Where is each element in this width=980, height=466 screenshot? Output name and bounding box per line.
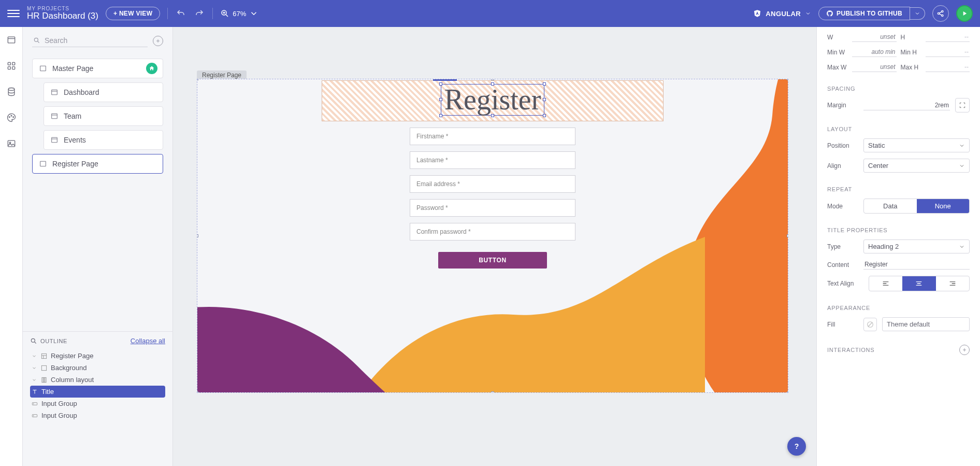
publish-dropdown[interactable] bbox=[910, 7, 925, 20]
align-right-option[interactable] bbox=[936, 276, 969, 291]
fill-swatch[interactable] bbox=[863, 318, 877, 331]
search-input[interactable]: Search bbox=[32, 34, 148, 47]
search-placeholder: Search bbox=[45, 36, 67, 45]
page-frame[interactable]: Title Register Firstname * Lastname * Em… bbox=[197, 79, 788, 393]
appearance-section-title: APPEARANCE bbox=[827, 305, 970, 311]
title-selection[interactable]: Title Register bbox=[322, 80, 664, 121]
register-heading[interactable]: Register bbox=[441, 84, 545, 116]
maxw-value[interactable]: unset bbox=[852, 62, 897, 72]
bg-wave-purple bbox=[197, 289, 425, 393]
views-tool[interactable] bbox=[6, 34, 17, 46]
align-label: Align bbox=[827, 162, 858, 170]
svg-rect-15 bbox=[12, 67, 15, 69]
outline-panel: OUTLINE Collapse all Register Page Backg… bbox=[23, 331, 172, 466]
new-view-button[interactable]: + NEW VIEW bbox=[106, 7, 160, 20]
collapse-all-link[interactable]: Collapse all bbox=[131, 337, 165, 345]
run-preview-button[interactable] bbox=[956, 5, 973, 22]
type-select[interactable]: Heading 2 bbox=[863, 239, 970, 253]
tree-node-title[interactable]: Title bbox=[30, 386, 165, 398]
tree-node-input-1[interactable]: Input Group bbox=[30, 398, 165, 409]
svg-rect-10 bbox=[8, 37, 15, 43]
components-tool[interactable] bbox=[6, 60, 17, 72]
data-tool[interactable] bbox=[6, 86, 17, 97]
view-item-events[interactable]: Events bbox=[44, 130, 163, 150]
confirm-password-field[interactable]: Confirm password * bbox=[410, 223, 575, 241]
framework-selector[interactable]: ANGULAR bbox=[753, 9, 811, 18]
view-item-register[interactable]: Register Page bbox=[32, 154, 163, 174]
mode-label: Mode bbox=[827, 203, 858, 210]
minh-value[interactable]: -- bbox=[926, 47, 970, 57]
align-left-option[interactable] bbox=[869, 276, 902, 291]
top-bar: MY PROJECTS HR Dashboard (3) + NEW VIEW … bbox=[0, 0, 980, 27]
svg-point-19 bbox=[12, 117, 13, 118]
content-label: Content bbox=[827, 261, 858, 269]
help-button[interactable]: ? bbox=[787, 437, 806, 456]
expand-margin-button[interactable] bbox=[955, 98, 970, 112]
password-field[interactable]: Password * bbox=[410, 199, 575, 217]
view-label: Team bbox=[64, 112, 81, 120]
chevron-down-icon bbox=[959, 143, 965, 149]
mode-data-option[interactable]: Data bbox=[864, 199, 917, 213]
svg-line-1 bbox=[226, 15, 228, 17]
share-button[interactable] bbox=[932, 5, 949, 22]
tree-node-column[interactable]: Column layout bbox=[30, 374, 165, 386]
mode-none-option[interactable]: None bbox=[917, 199, 970, 213]
svg-line-23 bbox=[38, 41, 39, 43]
firstname-field[interactable]: Firstname * bbox=[410, 128, 575, 145]
input-icon bbox=[31, 412, 38, 419]
svg-rect-13 bbox=[12, 62, 15, 65]
svg-rect-27 bbox=[52, 90, 57, 94]
content-value[interactable]: Register bbox=[863, 260, 970, 270]
width-label: W bbox=[827, 34, 848, 41]
svg-rect-39 bbox=[41, 365, 46, 370]
properties-panel: W unset H -- Min W auto min Min H -- Max… bbox=[816, 27, 980, 466]
menu-button[interactable] bbox=[7, 7, 20, 20]
layout-icon bbox=[40, 352, 48, 360]
svg-rect-26 bbox=[40, 66, 46, 70]
height-value[interactable]: -- bbox=[926, 32, 970, 42]
view-item-master[interactable]: Master Page bbox=[32, 59, 163, 78]
add-view-button[interactable] bbox=[153, 36, 163, 46]
svg-point-34 bbox=[31, 338, 35, 342]
tree-node-input-2[interactable]: Input Group bbox=[30, 409, 165, 421]
svg-rect-14 bbox=[8, 67, 10, 69]
maxh-value[interactable]: -- bbox=[926, 62, 970, 72]
textalign-label: Text Align bbox=[827, 280, 863, 287]
align-select[interactable]: Center bbox=[863, 159, 970, 173]
publish-github-button[interactable]: PUBLISH TO GITHUB bbox=[818, 7, 910, 20]
tree-node-root[interactable]: Register Page bbox=[30, 350, 165, 362]
align-center-option[interactable] bbox=[902, 276, 935, 291]
type-label: Type bbox=[827, 243, 858, 250]
assets-tool[interactable] bbox=[6, 138, 17, 149]
text-icon bbox=[31, 388, 38, 396]
selection-chip[interactable]: Title bbox=[433, 79, 457, 81]
view-item-team[interactable]: Team bbox=[44, 106, 163, 126]
separator bbox=[167, 8, 168, 19]
email-field[interactable]: Email address * bbox=[410, 175, 575, 193]
design-canvas[interactable]: Register Page Title Register bbox=[173, 27, 816, 466]
new-view-label: + NEW VIEW bbox=[113, 10, 152, 17]
svg-point-22 bbox=[34, 38, 38, 41]
svg-rect-31 bbox=[52, 137, 57, 142]
position-select[interactable]: Static bbox=[863, 138, 970, 152]
undo-button[interactable] bbox=[175, 8, 186, 19]
margin-value[interactable]: 2rem bbox=[863, 101, 950, 110]
zoom-control[interactable]: 67% bbox=[220, 9, 258, 18]
submit-button[interactable]: BUTTON bbox=[438, 252, 547, 269]
tree-node-background[interactable]: Background bbox=[30, 362, 165, 374]
view-label: Register Page bbox=[52, 160, 98, 168]
add-interaction-button[interactable] bbox=[959, 345, 970, 355]
repeat-section-title: REPEAT bbox=[827, 186, 970, 192]
lastname-field[interactable]: Lastname * bbox=[410, 151, 575, 169]
theme-tool[interactable] bbox=[6, 112, 17, 123]
input-icon bbox=[31, 400, 38, 407]
fill-value[interactable]: Theme default bbox=[882, 317, 970, 331]
width-value[interactable]: unset bbox=[852, 32, 897, 42]
page-icon bbox=[39, 160, 47, 168]
view-item-dashboard[interactable]: Dashboard bbox=[44, 82, 163, 102]
svg-line-8 bbox=[939, 14, 942, 16]
redo-button[interactable] bbox=[194, 8, 205, 19]
svg-rect-42 bbox=[45, 377, 46, 382]
page-icon bbox=[50, 136, 59, 144]
minw-value[interactable]: auto min bbox=[852, 47, 897, 57]
